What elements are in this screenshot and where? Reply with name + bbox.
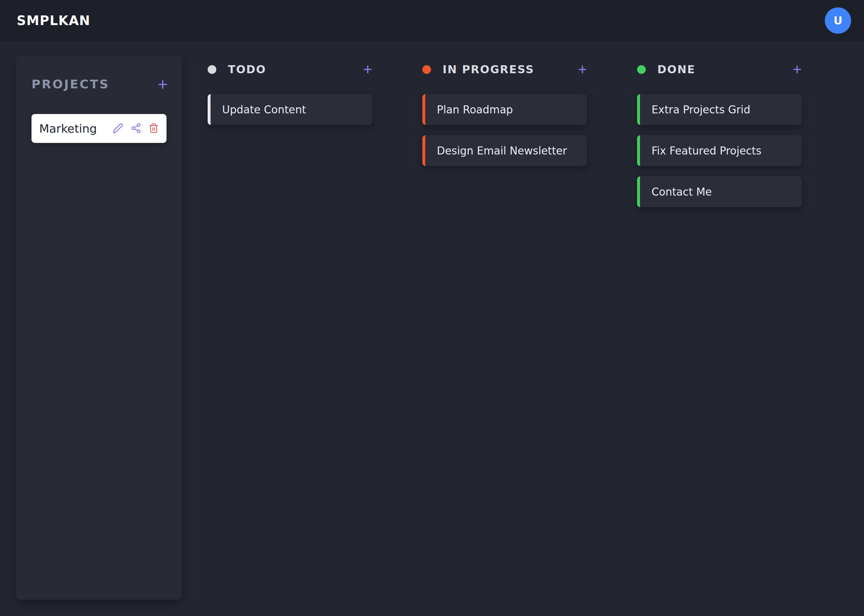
card-list: Extra Projects GridFix Featured Projects… — [637, 94, 802, 207]
edit-project-button[interactable] — [112, 123, 123, 135]
column-header-todo: TODO+ — [208, 62, 372, 77]
column-todo: TODO+Update Content — [208, 62, 372, 207]
task-card-title: Plan Roadmap — [437, 104, 513, 116]
column-label: DONE — [657, 63, 695, 76]
column-label: TODO — [228, 63, 266, 76]
task-card-title: Contact Me — [651, 185, 712, 198]
todo-status-dot-icon — [208, 65, 216, 74]
edit-icon — [112, 123, 123, 135]
add-card-button-todo[interactable]: + — [363, 62, 372, 77]
projects-sidebar: PROJECTS + Marketing — [16, 55, 182, 600]
app-root: SMPLKAN U PROJECTS + Marketing — [0, 0, 864, 616]
card-list: Plan RoadmapDesign Email Newsletter — [423, 94, 587, 166]
trash-icon — [148, 123, 159, 134]
add-project-button[interactable]: + — [158, 75, 168, 93]
task-card-title: Design Email Newsletter — [437, 145, 567, 157]
add-card-button-done[interactable]: + — [793, 62, 802, 77]
task-card[interactable]: Plan Roadmap — [423, 94, 587, 125]
share-icon — [131, 123, 142, 135]
task-card[interactable]: Design Email Newsletter — [423, 135, 587, 166]
task-card-title: Extra Projects Grid — [651, 104, 750, 116]
project-name: Marketing — [39, 122, 97, 135]
sidebar-header: PROJECTS + — [16, 55, 182, 93]
delete-project-button[interactable] — [148, 123, 159, 134]
add-card-button-in-progress[interactable]: + — [578, 62, 587, 77]
app-title: SMPLKAN — [17, 13, 90, 28]
task-card-title: Fix Featured Projects — [651, 145, 762, 157]
task-card[interactable]: Contact Me — [637, 176, 802, 207]
share-project-button[interactable] — [131, 123, 142, 135]
in-progress-status-dot-icon — [423, 65, 431, 74]
project-item-marketing[interactable]: Marketing — [32, 114, 167, 143]
card-list: Update Content — [208, 94, 372, 125]
task-card[interactable]: Update Content — [208, 94, 372, 125]
board-columns: TODO+Update ContentIN PROGRESS+Plan Road… — [208, 55, 802, 207]
task-card-title: Update Content — [222, 104, 306, 116]
column-header-in-progress: IN PROGRESS+ — [423, 62, 587, 77]
task-card[interactable]: Fix Featured Projects — [637, 135, 802, 166]
projects-title: PROJECTS — [32, 77, 110, 91]
task-card[interactable]: Extra Projects Grid — [637, 94, 802, 125]
column-done: DONE+Extra Projects GridFix Featured Pro… — [637, 62, 802, 207]
app-header: SMPLKAN U — [0, 0, 864, 41]
column-header-done: DONE+ — [637, 62, 802, 77]
column-in-progress: IN PROGRESS+Plan RoadmapDesign Email New… — [423, 62, 587, 207]
done-status-dot-icon — [637, 65, 646, 74]
avatar[interactable]: U — [825, 7, 851, 34]
project-actions — [112, 123, 159, 135]
main-content: PROJECTS + Marketing — [0, 41, 864, 616]
column-label: IN PROGRESS — [443, 63, 534, 76]
